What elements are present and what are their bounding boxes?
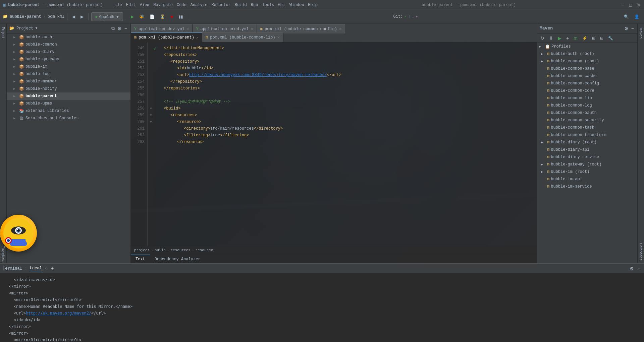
terminal-body[interactable]: <id>alimaven</id> </mirror> <mirror> <mi… (0, 274, 644, 342)
maven-item-bubble-common-task[interactable]: m bubble-common-task (537, 124, 637, 131)
tab-close-icon[interactable]: ✕ (186, 26, 189, 31)
maven-item-bubble-common-base[interactable]: m bubble-common-base (537, 65, 637, 72)
tree-item-bubble-parent[interactable]: ▶ 📦 bubble-parent (7, 92, 130, 100)
menu-git[interactable]: Git (278, 3, 285, 7)
menu-build[interactable]: Build (235, 3, 247, 7)
coverage-button[interactable]: 📄 (148, 12, 157, 21)
tab-close-icon[interactable]: ✕ (251, 26, 253, 31)
collapse-all-button[interactable]: ⧉ (111, 25, 115, 32)
bc-resources[interactable]: resources (170, 248, 190, 252)
suspend-button[interactable]: ▮▮ (176, 12, 185, 21)
maven-close-button[interactable]: − (631, 25, 635, 32)
tree-item-scratches[interactable]: ▶ 🖹 Scratches and Consoles (7, 115, 130, 122)
menu-view[interactable]: View (140, 3, 150, 7)
maven-download-button[interactable]: ⬇ (547, 33, 555, 43)
maven-item-bubble-common-cache[interactable]: m bubble-common-cache (537, 72, 637, 80)
maven-item-bubble-gateway[interactable]: ▶ m bubble-gateway (root) (537, 161, 637, 168)
bc-resource[interactable]: resource (195, 248, 213, 252)
tree-item-bubble-im[interactable]: ▶ 📦 bubble-im (7, 63, 130, 70)
tree-item-bubble-gateway[interactable]: ▶ 📦 bubble-gateway (7, 56, 130, 63)
maven-collapse-button[interactable]: ⊟ (598, 33, 605, 43)
debug-button[interactable]: 🐝 (137, 12, 146, 21)
tree-item-bubble-notify[interactable]: ▶ 📦 bubble-notify (7, 85, 130, 92)
bc-project[interactable]: project (134, 248, 150, 252)
terminal-settings-button[interactable]: ⚙ (629, 265, 635, 272)
menu-edit[interactable]: Edit (126, 3, 136, 7)
appauth-button[interactable]: ● AppAuth ▼ (91, 12, 123, 21)
menu-run[interactable]: Run (251, 3, 258, 7)
side-tab-maven[interactable]: Maven (638, 25, 644, 41)
maven-settings-button[interactable]: ⚙ (624, 25, 629, 32)
terminal-tab-close[interactable]: ✕ (45, 266, 47, 271)
run-button[interactable]: ▶ (129, 12, 136, 21)
maven-item-profiles[interactable]: ▶ 📋 Profiles (537, 43, 637, 50)
maven-tools-button[interactable]: 🔧 (606, 33, 615, 43)
maven-item-bubble-common-transform[interactable]: m bubble-common-transform (537, 131, 637, 139)
maven-lifecycle-button[interactable]: ⚡ (580, 33, 589, 43)
maven-refresh-button[interactable]: ↻ (538, 33, 546, 43)
tree-item-bubble-diary[interactable]: ▶ 📦 bubble-diary (7, 48, 130, 56)
side-tab-databases[interactable]: Databases (638, 240, 644, 263)
tree-item-bubble-upms[interactable]: ▶ 📦 bubble-upms (7, 100, 130, 107)
tab-dependency-analyzer[interactable]: Dependency Analyzer (150, 255, 205, 263)
menu-analyze[interactable]: Analyze (191, 3, 207, 7)
maven-item-bubble-common-config[interactable]: m bubble-common-config (537, 80, 637, 87)
profile-button[interactable]: ⏳ (158, 12, 167, 21)
terminal-add-button[interactable]: + (51, 266, 54, 271)
maven-item-bubble-common-lib[interactable]: m bubble-common-lib (537, 94, 637, 102)
tree-item-bubble-member[interactable]: ▶ 📦 bubble-member (7, 78, 130, 85)
user-button[interactable]: 👤 (632, 12, 641, 21)
tree-item-bubble-auth[interactable]: ▶ 📦 bubble-auth (7, 33, 130, 41)
tab-pom-common-lib[interactable]: m pom.xml (bubble-common-lib) ✕ (202, 32, 283, 42)
maximize-button[interactable]: □ (628, 2, 633, 8)
tab-close-icon[interactable]: ✕ (277, 35, 280, 40)
minimize-button[interactable]: − (620, 2, 625, 8)
maven-item-bubble-im-service[interactable]: m bubble-im-service (537, 183, 637, 190)
maven-item-bubble-common-oauth[interactable]: m bubble-common-oauth (537, 109, 637, 117)
stop-button[interactable]: ■ (168, 12, 175, 21)
maven-item-bubble-diary[interactable]: ▶ m bubble-diary (root) (537, 139, 637, 146)
tab-close-icon[interactable]: ✕ (196, 35, 199, 40)
maven-item-bubble-common-security[interactable]: m bubble-common-security (537, 117, 637, 124)
tab-application-prod[interactable]: Y application-prod.yml ✕ (193, 24, 257, 33)
maven-item-bubble-im-api[interactable]: m bubble-im-api (537, 176, 637, 183)
tree-item-bubble-common[interactable]: ▶ 📦 bubble-common (7, 41, 130, 48)
tab-application-dev[interactable]: Y application-dev.yml ✕ (131, 24, 193, 33)
terminal-url-link[interactable]: http://uk.maven.org/maven2/ (26, 311, 91, 316)
toolbar-forward[interactable]: ▶ (78, 12, 86, 21)
maven-item-bubble-common-log[interactable]: m bubble-common-log (537, 102, 637, 109)
maven-item-bubble-auth[interactable]: ▶ m bubble-auth (root) (537, 50, 637, 58)
maven-run-button[interactable]: ▶ (556, 33, 564, 43)
side-tab-project[interactable]: Project (0, 24, 6, 41)
maven-execute-button[interactable]: m (572, 33, 580, 43)
maven-item-bubble-diary-api[interactable]: m bubble-diary-api (537, 146, 637, 153)
menu-window[interactable]: Window (289, 3, 304, 7)
tree-item-external-libraries[interactable]: ▶ 📚 External Libraries (7, 107, 130, 115)
menu-help[interactable]: Help (308, 3, 318, 7)
menu-refactor[interactable]: Refactor (211, 3, 231, 7)
maven-expand-button[interactable]: ⊞ (590, 33, 597, 43)
tab-text[interactable]: Text (131, 255, 150, 263)
maven-item-bubble-common[interactable]: ▶ m bubble-common (root) (537, 58, 637, 65)
maven-add-button[interactable]: + (564, 33, 571, 43)
code-editor[interactable]: </distributionManagement> <repositories>… (154, 42, 537, 246)
tree-item-bubble-log[interactable]: ▶ 📦 bubble-log (7, 70, 130, 78)
tab-pom-parent[interactable]: m pom.xml (bubble-parent) ✕ (131, 32, 202, 42)
maven-item-bubble-common-core[interactable]: m bubble-common-core (537, 87, 637, 94)
maven-item-bubble-im[interactable]: ▶ m bubble-im (root) (537, 168, 637, 176)
menu-file[interactable]: File (112, 3, 122, 7)
maven-item-bubble-diary-service[interactable]: m bubble-diary-service (537, 153, 637, 161)
close-panel-button[interactable]: − (124, 25, 128, 32)
toolbar-back[interactable]: ◀ (70, 12, 77, 21)
menu-navigate[interactable]: Navigate (153, 3, 173, 7)
close-button[interactable]: ✕ (636, 2, 641, 8)
search-button[interactable]: 🔍 (622, 12, 631, 21)
tab-close-icon[interactable]: ✕ (339, 26, 341, 31)
editor-content[interactable]: ✓ 249 250 251 252 253 254 255 256 257 25… (131, 42, 537, 246)
bc-build[interactable]: build (155, 248, 166, 252)
settings-button[interactable]: ⚙ (117, 25, 122, 32)
terminal-tab-local[interactable]: Local (30, 266, 42, 271)
menu-tools[interactable]: Tools (262, 3, 274, 7)
menu-code[interactable]: Code (177, 3, 186, 7)
tab-pom-common-config[interactable]: m pom.xml (bubble-common-config) ✕ (257, 24, 345, 33)
